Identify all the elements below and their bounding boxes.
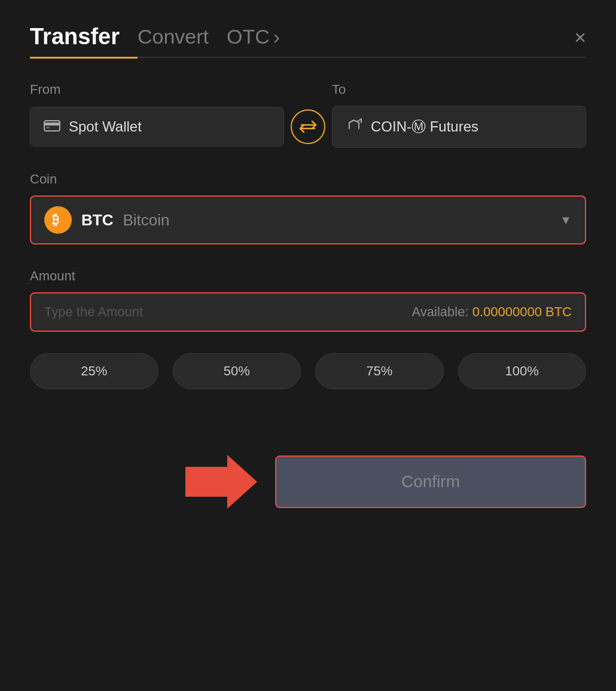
coin-label: Coin (30, 172, 586, 187)
percent-100-button[interactable]: 100% (458, 353, 587, 389)
confirm-button[interactable]: Confirm (275, 455, 586, 508)
to-wallet-selector[interactable]: COIN-Ⓜ Futures (332, 106, 586, 148)
svg-rect-0 (44, 121, 60, 131)
percent-25-button[interactable]: 25% (30, 353, 158, 389)
chevron-down-icon: ▼ (560, 213, 572, 227)
from-to-labels: From To (30, 82, 586, 97)
tab-otc[interactable]: OTC › (227, 25, 280, 48)
swap-button-container (284, 109, 332, 144)
arrow-indicator (185, 455, 257, 509)
amount-input-box: Type the Amount Available: 0.00000000 BT… (30, 292, 586, 332)
coin-full-name: Bitcoin (123, 211, 169, 230)
svg-marker-4 (185, 455, 257, 509)
close-button[interactable]: × (574, 27, 586, 47)
from-to-section: From To Spot Wallet (30, 82, 586, 148)
coin-section: Coin ₿ BTC Bitcoin ▼ (30, 172, 586, 244)
modal-header: Transfer Convert OTC › × (30, 24, 586, 50)
coin-selector[interactable]: ₿ BTC Bitcoin ▼ (30, 195, 586, 244)
amount-section: Amount Type the Amount Available: 0.0000… (30, 268, 586, 332)
btc-icon: ₿ (44, 206, 72, 234)
amount-placeholder[interactable]: Type the Amount (44, 304, 143, 320)
percent-50-button[interactable]: 50% (173, 353, 301, 389)
percent-buttons-row: 25% 50% 75% 100% (30, 353, 586, 389)
wallet-card-icon (44, 118, 60, 135)
from-wallet-name: Spot Wallet (69, 118, 142, 135)
from-to-inputs: Spot Wallet (30, 106, 586, 148)
from-wallet-selector[interactable]: Spot Wallet (30, 107, 284, 146)
tab-convert[interactable]: Convert (138, 25, 209, 48)
percent-75-button[interactable]: 75% (315, 353, 444, 389)
to-wallet-name: COIN-Ⓜ Futures (371, 117, 478, 136)
available-amount: 0.00000000 BTC (472, 304, 572, 319)
coin-symbol: BTC (81, 211, 113, 230)
tab-transfer[interactable]: Transfer (30, 24, 120, 50)
swap-button[interactable] (291, 109, 325, 144)
available-text: Available: 0.00000000 BTC (412, 304, 572, 320)
svg-rect-1 (44, 123, 60, 126)
chevron-right-icon: › (273, 25, 280, 48)
transfer-modal: Transfer Convert OTC › × From To (0, 0, 616, 691)
from-label: From (30, 82, 284, 97)
futures-icon (346, 118, 362, 136)
to-label: To (332, 82, 586, 97)
svg-rect-2 (46, 127, 50, 129)
active-tab-indicator (30, 57, 138, 59)
confirm-area: Confirm (30, 455, 586, 509)
tab-underline (30, 57, 586, 58)
svg-text:₿: ₿ (52, 212, 59, 227)
amount-label: Amount (30, 268, 586, 284)
